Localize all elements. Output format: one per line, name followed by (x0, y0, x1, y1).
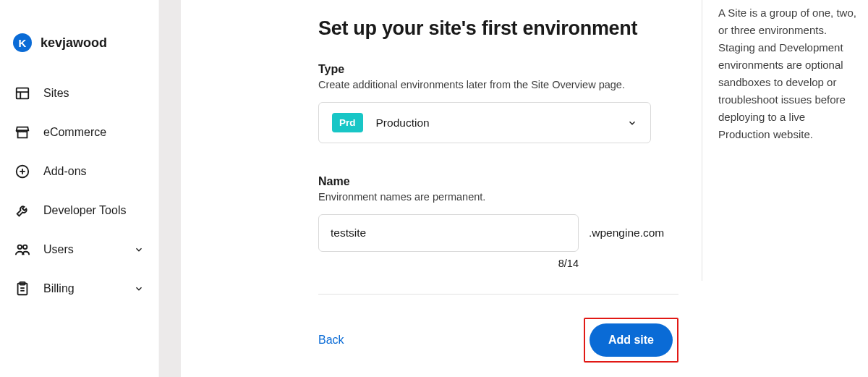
sidebar-item-label: Billing (43, 282, 75, 295)
info-text: A Site is a group of one, two, or three … (718, 4, 858, 143)
account-switcher[interactable]: K kevjawood (9, 13, 150, 77)
sidebar-item-label: Developer Tools (43, 204, 126, 217)
grid-icon (14, 85, 30, 101)
account-name: kevjawood (41, 35, 107, 51)
sidebar-item-label: Add-ons (43, 165, 87, 178)
environment-type-select[interactable]: Prd Production (318, 102, 651, 143)
sidebar-item-sites[interactable]: Sites (9, 77, 150, 110)
storefront-icon (14, 124, 30, 140)
sidebar: K kevjawood Sites eCommerce Add-on (0, 0, 159, 377)
footer-divider (318, 294, 678, 295)
name-hint: Environment names are permanent. (318, 191, 678, 203)
name-label: Name (318, 175, 678, 188)
svg-point-7 (23, 245, 27, 250)
name-section: Name Environment names are permanent. .w… (318, 175, 678, 269)
type-section: Type Create additional environments late… (318, 63, 678, 143)
env-badge: Prd (332, 113, 363, 132)
char-counter: 8/14 (318, 258, 579, 269)
sidebar-item-label: Users (43, 243, 74, 256)
add-site-button[interactable]: Add site (590, 323, 673, 357)
sidebar-item-addons[interactable]: Add-ons (9, 155, 150, 188)
sidebar-item-ecommerce[interactable]: eCommerce (9, 116, 150, 149)
type-hint: Create additional environments later fro… (318, 79, 678, 90)
sidebar-nav: Sites eCommerce Add-ons Developer Tools (9, 77, 150, 305)
sidebar-item-label: eCommerce (43, 126, 106, 139)
clipboard-icon (14, 281, 30, 297)
svg-point-6 (18, 245, 22, 250)
type-label: Type (318, 63, 678, 76)
svg-rect-0 (17, 88, 29, 99)
add-site-highlight: Add site (584, 318, 678, 363)
page-title: Set up your site's first environment (318, 17, 678, 40)
main-content: Set up your site's first environment Typ… (181, 0, 702, 377)
env-selected-label: Production (376, 117, 430, 130)
layout-gutter (159, 0, 181, 377)
plus-circle-icon (14, 164, 30, 179)
wrench-icon (14, 203, 30, 219)
chevron-down-icon (134, 284, 144, 294)
chevron-down-icon (134, 245, 144, 255)
back-link[interactable]: Back (318, 334, 344, 347)
account-avatar: K (13, 33, 32, 52)
users-icon (14, 242, 30, 258)
sidebar-item-billing[interactable]: Billing (9, 272, 150, 305)
sidebar-item-devtools[interactable]: Developer Tools (9, 194, 150, 227)
sidebar-item-users[interactable]: Users (9, 233, 150, 266)
sidebar-item-label: Sites (43, 87, 69, 100)
chevron-down-icon (627, 118, 637, 128)
domain-suffix: .wpengine.com (589, 226, 664, 240)
environment-name-input[interactable] (318, 214, 579, 252)
form-footer: Back Add site (318, 318, 678, 363)
info-panel: A Site is a group of one, two, or three … (702, 0, 868, 281)
